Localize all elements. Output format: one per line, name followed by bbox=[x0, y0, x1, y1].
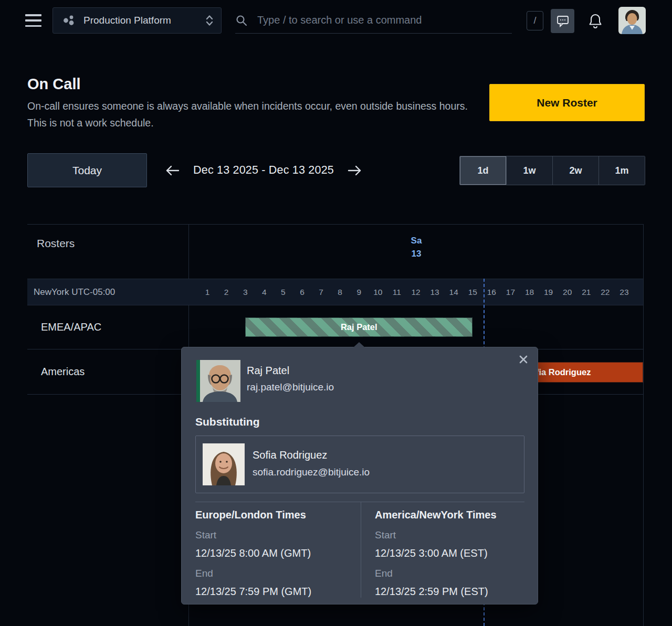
shift-times: Europe/London Times Start 12/13/25 8:00 … bbox=[195, 502, 524, 597]
arrow-right-icon bbox=[346, 164, 362, 177]
hour-label: 19 bbox=[544, 279, 553, 305]
today-button[interactable]: Today bbox=[27, 153, 147, 187]
substitution-stripe bbox=[196, 360, 200, 402]
shift-label: Raj Patel bbox=[341, 322, 377, 332]
page-description: On-call ensures someone is always availa… bbox=[27, 98, 485, 131]
hour-label: 20 bbox=[563, 279, 572, 305]
hour-label: 5 bbox=[281, 279, 286, 305]
on-call-user-avatar bbox=[196, 360, 240, 402]
hour-label: 13 bbox=[430, 279, 439, 305]
roster-track: Raj Patel bbox=[188, 305, 643, 349]
view-button-2w[interactable]: 2w bbox=[552, 156, 598, 185]
hour-label: 2 bbox=[224, 279, 229, 305]
shift-details-popup: Raj Patel raj.patel@bitjuice.io Substitu… bbox=[181, 347, 538, 604]
date-range-label: Dec 13 2025 - Dec 13 2025 bbox=[193, 164, 334, 177]
hour-label: 6 bbox=[300, 279, 304, 305]
hour-label: 4 bbox=[262, 279, 267, 305]
schedule-header: Rosters Sa 13 bbox=[27, 225, 643, 279]
search-shortcut-badge: / bbox=[527, 11, 543, 30]
roster-row-emea-apac: EMEA/APAC Raj Patel bbox=[27, 305, 643, 349]
end-label: End bbox=[195, 568, 361, 579]
hour-label: 12 bbox=[411, 279, 420, 305]
substituted-user-name: Sofia Rodriguez bbox=[253, 449, 327, 461]
topbar: Production Platform / bbox=[0, 0, 672, 41]
time-zone-heading: America/NewYork Times bbox=[375, 509, 524, 521]
roster-name: Americas bbox=[41, 349, 85, 394]
hour-label: 9 bbox=[356, 279, 361, 305]
chevron-updown-icon bbox=[205, 14, 214, 27]
hour-label: 21 bbox=[582, 279, 591, 305]
search-bar bbox=[235, 7, 512, 34]
search-input[interactable] bbox=[257, 14, 512, 26]
substituting-heading: Substituting bbox=[195, 416, 259, 428]
new-roster-button[interactable]: New Roster bbox=[489, 84, 645, 121]
day-name: Sa bbox=[411, 234, 422, 247]
search-icon bbox=[235, 14, 248, 27]
hour-label: 22 bbox=[601, 279, 610, 305]
user-avatar[interactable] bbox=[618, 7, 646, 34]
hour-label: 3 bbox=[243, 279, 248, 305]
hour-label: 10 bbox=[373, 279, 382, 305]
start-label: Start bbox=[195, 529, 361, 541]
hour-label: 8 bbox=[338, 279, 342, 305]
view-button-1d[interactable]: 1d bbox=[460, 156, 506, 185]
hour-label: 23 bbox=[620, 279, 628, 305]
hour-label: 18 bbox=[525, 279, 534, 305]
view-button-1w[interactable]: 1w bbox=[506, 156, 552, 185]
hour-label: 7 bbox=[319, 279, 323, 305]
timezone-label: NewYork UTC-05:00 bbox=[34, 279, 115, 305]
substituted-user-email: sofia.rodriguez@bitjuice.io bbox=[253, 466, 370, 478]
time-column-newyork: America/NewYork Times Start 12/13/25 3:0… bbox=[361, 502, 524, 598]
dot-cluster-icon bbox=[62, 15, 75, 26]
shift-bar[interactable]: Raj Patel bbox=[245, 317, 472, 337]
start-label: Start bbox=[375, 529, 524, 541]
chat-button[interactable] bbox=[551, 9, 574, 33]
day-number: 13 bbox=[411, 247, 422, 260]
start-value: 12/13/25 8:00 AM (GMT) bbox=[195, 547, 361, 559]
app-switcher-label: Production Platform bbox=[83, 15, 205, 26]
on-call-user-email: raj.patel@bitjuice.io bbox=[247, 381, 334, 393]
substituted-user-card: Sofia Rodriguez sofia.rodriguez@bitjuice… bbox=[195, 436, 524, 493]
rosters-header: Rosters bbox=[37, 237, 75, 250]
on-call-user-name: Raj Patel bbox=[247, 365, 289, 377]
hour-label: 1 bbox=[205, 279, 210, 305]
time-zone-heading: Europe/London Times bbox=[195, 509, 361, 521]
bell-icon bbox=[587, 13, 603, 29]
page-title: On Call bbox=[27, 76, 81, 93]
end-value: 12/13/25 2:59 PM (EST) bbox=[375, 586, 524, 598]
hour-label: 15 bbox=[468, 279, 477, 305]
end-label: End bbox=[375, 568, 524, 579]
close-button[interactable] bbox=[516, 352, 531, 367]
hour-label: 11 bbox=[393, 279, 401, 305]
menu-icon[interactable] bbox=[25, 14, 41, 27]
view-toggle: 1d1w2w1m bbox=[459, 156, 645, 185]
notifications-button[interactable] bbox=[584, 9, 607, 33]
substituted-user-avatar bbox=[203, 443, 245, 485]
close-icon bbox=[518, 354, 529, 365]
next-date-button[interactable] bbox=[346, 164, 362, 177]
hour-label: 16 bbox=[487, 279, 496, 305]
day-label: Sa 13 bbox=[411, 234, 422, 260]
hour-label: 14 bbox=[449, 279, 458, 305]
arrow-left-icon bbox=[165, 164, 181, 177]
date-navigation: Dec 13 2025 - Dec 13 2025 bbox=[165, 153, 362, 187]
hour-label: 17 bbox=[506, 279, 515, 305]
end-value: 12/13/25 7:59 PM (GMT) bbox=[195, 586, 361, 598]
time-column-london: Europe/London Times Start 12/13/25 8:00 … bbox=[195, 502, 361, 598]
app-switcher-dropdown[interactable]: Production Platform bbox=[52, 7, 222, 34]
hours-row: NewYork UTC-05:00 1234567891011121314151… bbox=[27, 279, 643, 305]
view-button-1m[interactable]: 1m bbox=[598, 156, 645, 185]
roster-name: EMEA/APAC bbox=[41, 305, 101, 349]
start-value: 12/13/25 3:00 AM (EST) bbox=[375, 547, 524, 559]
speech-bubble-icon bbox=[556, 14, 570, 28]
hours-track: 1234567891011121314151617181920212223 bbox=[188, 279, 643, 305]
prev-date-button[interactable] bbox=[165, 164, 181, 177]
